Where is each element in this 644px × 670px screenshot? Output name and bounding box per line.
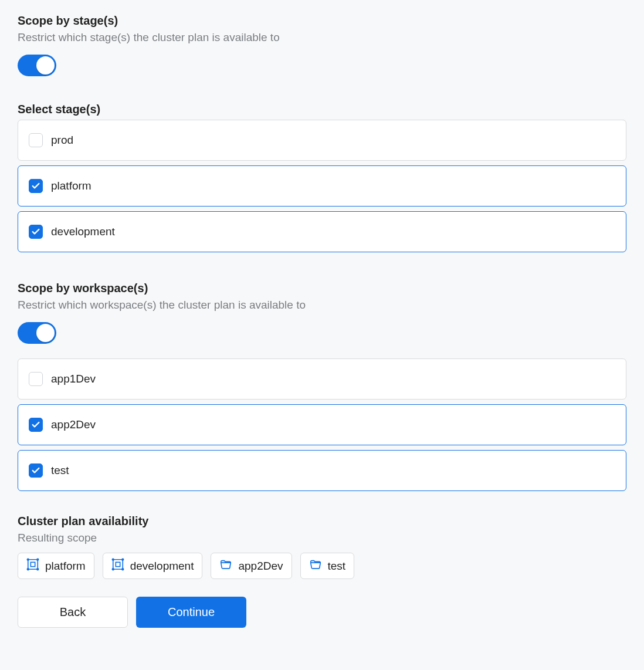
svg-point-10	[112, 569, 114, 570]
stage-option-label: prod	[51, 134, 73, 147]
scope-stages-toggle[interactable]	[18, 55, 56, 76]
availability-tag-label: platform	[45, 560, 86, 573]
availability-tag: development	[103, 553, 203, 579]
scope-by-workspaces-section: Scope by workspace(s) Restrict which wor…	[18, 282, 626, 347]
svg-point-8	[112, 559, 114, 560]
stage-option-label: development	[51, 225, 115, 238]
svg-point-4	[27, 569, 29, 570]
select-stages-title: Select stage(s)	[18, 103, 626, 116]
scope-stages-title: Scope by stage(s)	[18, 14, 626, 28]
select-workspaces-section: app1Devapp2Devtest	[18, 358, 626, 491]
checkbox[interactable]	[29, 225, 43, 239]
availability-sub: Resulting scope	[18, 532, 626, 544]
checkbox[interactable]	[29, 179, 43, 193]
stage-icon	[26, 558, 39, 574]
workspace-option-label: app1Dev	[51, 373, 96, 385]
availability-tag-label: development	[130, 560, 194, 573]
folder-icon	[309, 558, 322, 574]
availability-tag-row: platformdevelopmentapp2Devtest	[18, 553, 626, 579]
availability-section: Cluster plan availability Resulting scop…	[18, 515, 626, 579]
availability-tag: test	[300, 553, 355, 579]
svg-point-5	[37, 569, 39, 570]
checkbox[interactable]	[29, 133, 43, 147]
svg-point-3	[37, 559, 39, 560]
toggle-knob-icon	[36, 56, 55, 75]
availability-tag: app2Dev	[211, 553, 292, 579]
scope-workspaces-desc: Restrict which workspace(s) the cluster …	[18, 299, 626, 312]
availability-tag: platform	[18, 553, 94, 579]
stage-option-row[interactable]: development	[18, 211, 626, 252]
folder-icon	[219, 558, 232, 574]
stage-option-label: platform	[51, 180, 91, 192]
checkbox[interactable]	[29, 418, 43, 432]
availability-tag-label: test	[328, 560, 346, 573]
checkbox[interactable]	[29, 463, 43, 478]
workspace-option-label: test	[51, 464, 69, 477]
svg-point-9	[122, 559, 124, 560]
workspace-option-list: app1Devapp2Devtest	[18, 358, 626, 491]
workspace-option-row[interactable]: app1Dev	[18, 358, 626, 400]
availability-title: Cluster plan availability	[18, 515, 626, 528]
svg-rect-1	[30, 562, 35, 566]
svg-rect-6	[113, 560, 123, 570]
availability-tag-label: app2Dev	[238, 560, 283, 573]
stage-option-row[interactable]: platform	[18, 165, 626, 207]
back-button[interactable]: Back	[18, 597, 128, 628]
workspace-option-row[interactable]: app2Dev	[18, 404, 626, 445]
scope-workspaces-toggle[interactable]	[18, 322, 56, 344]
svg-point-11	[122, 569, 124, 570]
button-row: Back Continue	[18, 597, 626, 628]
stage-icon	[111, 558, 124, 574]
stage-option-row[interactable]: prod	[18, 120, 626, 161]
scope-workspaces-title: Scope by workspace(s)	[18, 282, 626, 295]
stage-option-list: prodplatformdevelopment	[18, 120, 626, 252]
scope-stages-desc: Restrict which stage(s) the cluster plan…	[18, 31, 626, 44]
select-stages-section: Select stage(s) prodplatformdevelopment	[18, 103, 626, 252]
svg-rect-0	[28, 560, 38, 570]
workspace-option-label: app2Dev	[51, 418, 96, 431]
toggle-knob-icon	[36, 324, 55, 342]
scope-by-stages-section: Scope by stage(s) Restrict which stage(s…	[18, 14, 626, 79]
workspace-option-row[interactable]: test	[18, 450, 626, 491]
checkbox[interactable]	[29, 372, 43, 386]
continue-button[interactable]: Continue	[136, 597, 246, 628]
svg-point-2	[27, 559, 29, 560]
svg-rect-7	[116, 562, 120, 566]
